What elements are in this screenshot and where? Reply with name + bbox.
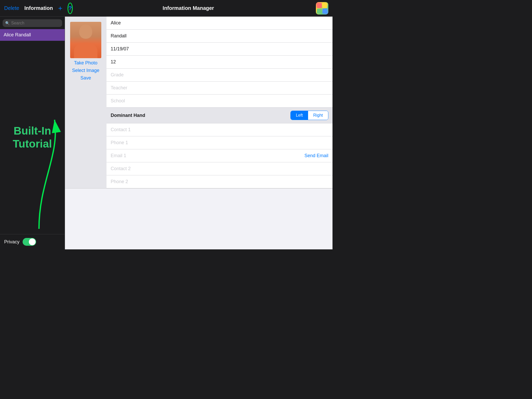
contact1-input[interactable] — [107, 123, 332, 136]
email1-row: Send Email — [107, 149, 332, 162]
contact2-input[interactable] — [107, 162, 332, 175]
search-input[interactable] — [11, 21, 59, 25]
contact1-field — [107, 123, 332, 136]
send-email-button[interactable]: Send Email — [300, 149, 332, 162]
photo-section: Take Photo Select Image Save — [65, 17, 107, 188]
right-panel: Take Photo Select Image Save — [65, 17, 332, 249]
app-title: Information Manager — [163, 5, 214, 11]
svg-rect-1 — [322, 3, 327, 8]
svg-rect-3 — [322, 9, 327, 14]
delete-button[interactable]: Delete — [4, 5, 19, 11]
privacy-toggle[interactable] — [23, 238, 36, 246]
top-bar-right — [308, 2, 328, 15]
svg-rect-0 — [317, 3, 322, 8]
main-content: 🔍 Alice Randall Built-In Tutorial — [0, 17, 332, 249]
tutorial-label: Built-In Tutorial — [5, 124, 59, 151]
dob-field — [107, 43, 332, 56]
dominant-hand-label: Dominant Hand — [111, 113, 290, 118]
left-hand-button[interactable]: Left — [291, 111, 308, 120]
firstname-field — [107, 17, 332, 30]
right-hand-button[interactable]: Right — [308, 111, 328, 120]
teacher-field — [107, 82, 332, 95]
dob-input[interactable] — [107, 43, 332, 55]
age-field — [107, 56, 332, 69]
sidebar-footer: Privacy — [0, 234, 65, 249]
take-photo-button[interactable]: Take Photo — [74, 60, 97, 66]
teacher-input[interactable] — [107, 82, 332, 94]
school-field — [107, 95, 332, 108]
dominant-hand-control: Left Right — [290, 111, 328, 120]
privacy-label: Privacy — [4, 239, 19, 245]
top-bar: Delete Information + ? Information Manag… — [0, 0, 332, 17]
search-icon: 🔍 — [5, 21, 10, 25]
form-area: Dominant Hand Left Right Send Email — [107, 17, 332, 188]
profile-photo — [70, 22, 101, 58]
app-icon — [316, 2, 328, 15]
save-button[interactable]: Save — [80, 75, 91, 81]
select-image-button[interactable]: Select Image — [72, 68, 99, 73]
profile-area: Take Photo Select Image Save — [65, 17, 332, 189]
school-input[interactable] — [107, 95, 332, 107]
svg-rect-2 — [317, 9, 322, 14]
search-bar: 🔍 — [3, 19, 62, 27]
dominant-hand-row: Dominant Hand Left Right — [107, 108, 332, 123]
top-bar-left: Delete Information + ? — [4, 3, 69, 14]
grade-field — [107, 69, 332, 82]
info-title: Information — [24, 5, 53, 11]
selected-list-item[interactable]: Alice Randall — [0, 29, 65, 41]
toggle-knob — [29, 238, 36, 245]
firstname-input[interactable] — [107, 17, 332, 29]
phone1-input[interactable] — [107, 136, 332, 149]
lastname-field — [107, 30, 332, 43]
top-bar-center: Information Manager — [69, 5, 308, 11]
add-button[interactable]: + — [58, 5, 62, 12]
lastname-input[interactable] — [107, 30, 332, 42]
phone1-field — [107, 136, 332, 149]
grade-input[interactable] — [107, 69, 332, 81]
email1-input[interactable] — [107, 149, 300, 162]
phone2-input[interactable] — [107, 175, 332, 188]
contact2-field — [107, 162, 332, 175]
sidebar: 🔍 Alice Randall Built-In Tutorial — [0, 17, 65, 249]
selected-item-name: Alice Randall — [4, 32, 31, 37]
phone2-field — [107, 175, 332, 188]
age-input[interactable] — [107, 56, 332, 68]
tutorial-section: Built-In Tutorial — [0, 41, 65, 234]
